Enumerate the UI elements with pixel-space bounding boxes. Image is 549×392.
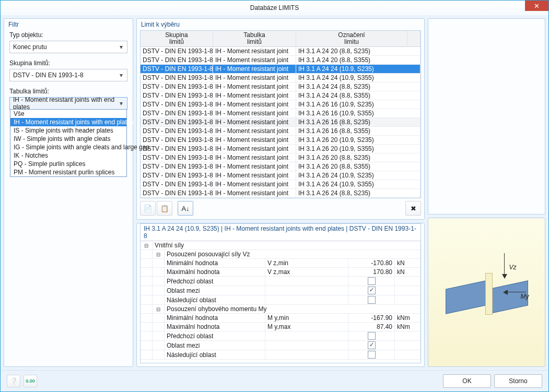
- grid-body[interactable]: DSTV - DIN EN 1993-1-8IH - Moment resist…: [141, 47, 420, 198]
- joint-preview-image: Vz My: [442, 248, 531, 337]
- limits-title: Limit k výběru: [137, 19, 424, 30]
- table-select[interactable]: IH - Moment resistant joints with end pl…: [9, 97, 127, 110]
- checkbox[interactable]: [368, 296, 376, 304]
- vz-label: Vz: [509, 264, 517, 271]
- dropdown-option[interactable]: IG - Simple joints with angle cleats and…: [10, 143, 126, 151]
- table-row[interactable]: DSTV - DIN EN 1993-1-8IH - Moment resist…: [141, 189, 420, 198]
- table-row[interactable]: DSTV - DIN EN 1993-1-8IH - Moment resist…: [141, 74, 420, 82]
- col-table[interactable]: Tabulkalimitů: [213, 31, 296, 46]
- col-designation[interactable]: Označenílimitu: [296, 31, 407, 46]
- filter-panel: Filtr Typ objektu: Konec prutu ▾ Skupina…: [4, 18, 133, 367]
- checkbox[interactable]: [368, 351, 376, 359]
- checkbox[interactable]: [368, 332, 376, 340]
- titlebar: Databáze LIMITS ✕: [1, 1, 548, 15]
- checkbox[interactable]: [368, 277, 376, 285]
- dropdown-option[interactable]: Vše: [10, 110, 126, 118]
- table-row[interactable]: DSTV - DIN EN 1993-1-8IH - Moment resist…: [141, 180, 420, 189]
- limits-grid: Skupinalimitů Tabulkalimitů Označenílimi…: [140, 30, 421, 198]
- table-row[interactable]: DSTV - DIN EN 1993-1-8IH - Moment resist…: [141, 153, 420, 162]
- table-dropdown[interactable]: VšeIH - Moment resistant joints with end…: [10, 109, 127, 177]
- group-label: Skupina limitů:: [4, 58, 133, 68]
- property-grid: IH 3.1 A 24 24 (10.9, S235) | IH - Momen…: [140, 223, 421, 363]
- table-row[interactable]: DSTV - DIN EN 1993-1-8IH - Moment resist…: [141, 47, 420, 56]
- table-row[interactable]: DSTV - DIN EN 1993-1-8IH - Moment resist…: [141, 82, 420, 91]
- table-row[interactable]: DSTV - DIN EN 1993-1-8IH - Moment resist…: [141, 109, 420, 118]
- col-group[interactable]: Skupinalimitů: [141, 31, 213, 46]
- table-row[interactable]: DSTV - DIN EN 1993-1-8IH - Moment resist…: [141, 118, 420, 127]
- limits-panel: Limit k výběru Skupinalimitů Tabulkalimi…: [136, 18, 425, 220]
- units-icon[interactable]: 0.00: [24, 375, 37, 387]
- table-row[interactable]: DSTV - DIN EN 1993-1-8IH - Moment resist…: [141, 136, 420, 145]
- dropdown-option[interactable]: IH - Moment resistant joints with end pl…: [10, 118, 126, 126]
- object-type-select[interactable]: Konec prutu ▾: [9, 41, 127, 53]
- preview-upper: [428, 18, 545, 215]
- properties-panel: IH 3.1 A 24 24 (10.9, S235) | IH - Momen…: [136, 223, 425, 367]
- footer: ❔ 0.00 OK Storno: [1, 370, 548, 391]
- dropdown-option[interactable]: PM - Moment resistant purlin splices: [10, 168, 126, 176]
- checkbox[interactable]: [368, 287, 376, 294]
- dropdown-option[interactable]: IW - Simple joints with angle cleats: [10, 135, 126, 143]
- dropdown-option[interactable]: PQ - Simple purlin splices: [10, 160, 126, 168]
- preview-panel: Vz My: [428, 218, 545, 367]
- table-row[interactable]: DSTV - DIN EN 1993-1-8IH - Moment resist…: [141, 100, 420, 109]
- table-row[interactable]: DSTV - DIN EN 1993-1-8IH - Moment resist…: [141, 171, 420, 180]
- table-row[interactable]: DSTV - DIN EN 1993-1-8IH - Moment resist…: [141, 145, 420, 153]
- property-title: IH 3.1 A 24 24 (10.9, S235) | IH - Momen…: [141, 224, 420, 241]
- delete-icon[interactable]: ✖: [405, 201, 421, 216]
- window-title: Databáze LIMITS: [250, 4, 299, 11]
- help-icon[interactable]: ❔: [7, 375, 20, 387]
- table-row[interactable]: DSTV - DIN EN 1993-1-8IH - Moment resist…: [141, 162, 420, 171]
- table-label: Tabulka limitů:: [4, 87, 133, 96]
- filter-title: Filtr: [4, 19, 133, 30]
- ok-button[interactable]: OK: [443, 374, 491, 388]
- table-row[interactable]: DSTV - DIN EN 1993-1-8IH - Moment resist…: [141, 127, 420, 136]
- checkbox[interactable]: [368, 341, 376, 349]
- chevron-down-icon: ▾: [118, 100, 125, 107]
- dropdown-option[interactable]: IS - Simple joints with header plates: [10, 126, 126, 135]
- sort-icon[interactable]: A↓: [178, 201, 193, 216]
- dropdown-option[interactable]: IK - Notches: [10, 151, 126, 160]
- cancel-button[interactable]: Storno: [494, 374, 542, 388]
- table-row[interactable]: DSTV - DIN EN 1993-1-8IH - Moment resist…: [141, 91, 420, 100]
- grid-toolbar: 📄 📋 A↓ ✖: [140, 200, 421, 216]
- table-row[interactable]: DSTV - DIN EN 1993-1-8IH - Moment resist…: [141, 56, 420, 65]
- new-icon[interactable]: 📄: [140, 201, 156, 216]
- table-row[interactable]: DSTV - DIN EN 1993-1-8IH - Moment resist…: [141, 65, 420, 74]
- close-icon[interactable]: ✕: [525, 1, 548, 11]
- chevron-down-icon: ▾: [118, 72, 125, 79]
- group-select[interactable]: DSTV - DIN EN 1993-1-8 ▾: [9, 69, 127, 81]
- chevron-down-icon: ▾: [118, 43, 125, 51]
- my-label: My: [521, 293, 529, 300]
- object-type-label: Typ objektu:: [4, 30, 133, 40]
- copy-icon[interactable]: 📋: [157, 201, 172, 216]
